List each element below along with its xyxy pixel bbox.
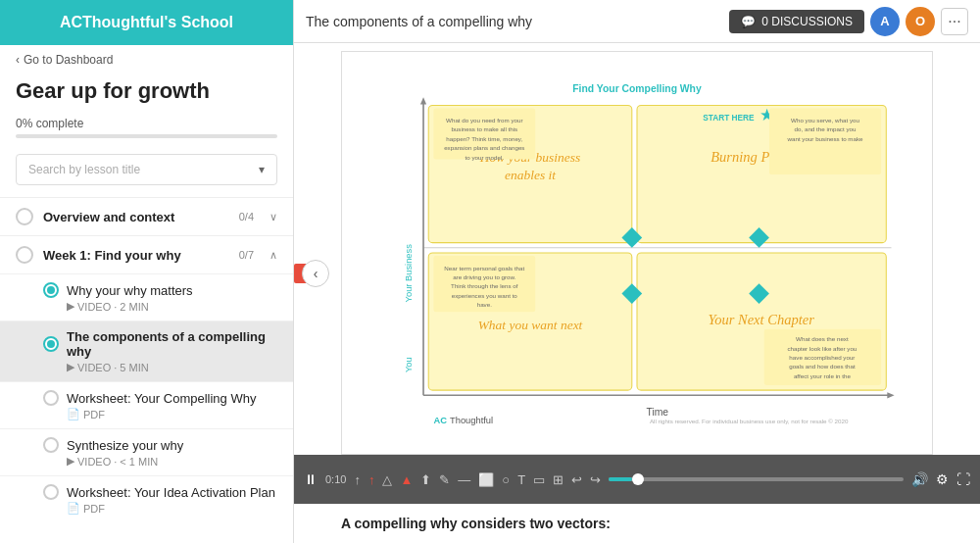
lesson-meta-idea: 📄 PDF — [67, 502, 277, 515]
svg-text:START HERE: START HERE — [703, 113, 755, 123]
annotation-pen[interactable]: ✎ — [439, 472, 450, 487]
chevron-week1: ∧ — [270, 249, 277, 262]
svg-text:experiences you want to: experiences you want to — [452, 292, 518, 299]
video-area: ‹ Find Your Compelling Why Time Yo — [294, 43, 980, 504]
slide-container: Find Your Compelling Why Time Your Busin… — [341, 51, 933, 455]
lesson-item-components[interactable]: The components of a compelling why ▶ VID… — [0, 321, 293, 381]
annotation-arrow-filled[interactable]: ↑ — [368, 472, 375, 487]
section-overview[interactable]: Overview and context 0/4 ∨ — [0, 197, 293, 235]
svg-text:AC: AC — [433, 416, 447, 425]
lesson-meta-synthesize: ▶ VIDEO · < 1 MIN — [67, 455, 277, 468]
video-icon-components: ▶ — [67, 361, 74, 373]
timeline-progress — [609, 477, 632, 481]
slide-back-button[interactable]: ‹ — [302, 260, 329, 287]
annotation-arrow-solid[interactable]: ▲ — [400, 472, 413, 487]
avatar-o[interactable]: O — [906, 7, 935, 36]
svg-text:Who you serve, what you: Who you serve, what you — [791, 117, 859, 123]
lesson-item-worksheet-idea[interactable]: Worksheet: Your Idea Activation Plan 📄 P… — [0, 475, 293, 522]
lesson-meta-components: ▶ VIDEO · 5 MIN — [67, 361, 277, 373]
svg-text:do, and the impact you: do, and the impact you — [795, 125, 857, 132]
svg-text:Your Business: Your Business — [404, 244, 414, 303]
volume-button[interactable]: 🔊 — [911, 471, 928, 487]
fullscreen-button[interactable]: ⛶ — [956, 471, 970, 487]
section-circle-week1 — [16, 246, 33, 264]
annotation-arrow-outline[interactable]: △ — [382, 472, 392, 487]
search-wrap: Search by lesson title ▾ — [0, 150, 293, 197]
top-right-icons: 💬 0 DISCUSSIONS A O ··· — [729, 7, 968, 36]
svg-text:have.: have. — [477, 301, 492, 308]
svg-text:What does the next: What does the next — [796, 335, 849, 342]
annotation-dash[interactable]: — — [458, 472, 470, 487]
more-options-button[interactable]: ··· — [941, 8, 968, 35]
svg-text:Find Your Compelling Why: Find Your Compelling Why — [572, 83, 702, 94]
svg-text:business to make all this: business to make all this — [451, 125, 517, 132]
pdf-icon-idea: 📄 — [67, 502, 80, 515]
back-to-dashboard[interactable]: ‹ Go to Dashboard — [0, 45, 293, 74]
annotation-up2[interactable]: ⬆ — [420, 472, 431, 487]
progress-bar-bg — [16, 134, 277, 138]
lesson-circle-synthesize — [43, 437, 59, 453]
annotation-arrow-up[interactable]: ↑ — [354, 472, 361, 487]
chevron-overview: ∨ — [270, 211, 277, 223]
annotation-text[interactable]: T — [517, 472, 525, 487]
svg-text:chapter look like after you: chapter look like after you — [787, 345, 857, 352]
lesson-circle-why-matters — [43, 282, 59, 298]
main-lesson-title: The components of a compelling why — [306, 14, 532, 29]
lesson-circle-idea — [43, 484, 59, 500]
svg-text:happen? Think time, money,: happen? Think time, money, — [446, 135, 522, 142]
lesson-item-synthesize[interactable]: Synthesize your why ▶ VIDEO · < 1 MIN — [0, 428, 293, 475]
timeline-bar[interactable] — [609, 477, 904, 481]
svg-text:What do you need from your: What do you need from your — [446, 117, 522, 123]
annotation-undo[interactable]: ↩ — [571, 472, 582, 487]
main-content: The components of a compelling why 💬 0 D… — [294, 0, 980, 543]
video-controls: ⏸ 0:10 ↑ ↑ △ ▲ ⬆ ✎ — ⬜ ○ T ▭ ⊞ ↩ ↪ 🔊 ⚙ ⛶ — [294, 455, 980, 504]
course-title: Gear up for growth — [0, 74, 293, 112]
svg-text:expansion plans and changes: expansion plans and changes — [444, 144, 524, 151]
svg-text:to your model.: to your model. — [466, 154, 505, 161]
play-pause-button[interactable]: ⏸ — [304, 471, 318, 487]
school-name: ACThoughtful's School — [0, 0, 293, 45]
lesson-circle-components — [43, 336, 59, 352]
svg-text:want your business to make: want your business to make — [786, 135, 863, 142]
video-icon-why: ▶ — [67, 300, 74, 313]
main-topbar: The components of a compelling why 💬 0 D… — [294, 0, 980, 43]
left-arrow-icon: ‹ — [314, 266, 318, 281]
lesson-meta-why-matters: ▶ VIDEO · 2 MIN — [67, 300, 277, 313]
svg-text:Near term personal goals that: Near term personal goals that — [444, 265, 524, 272]
section-week1[interactable]: Week 1: Find your why 0/7 ∧ — [0, 235, 293, 273]
annotation-grid[interactable]: ⊞ — [553, 472, 564, 487]
settings-button[interactable]: ⚙ — [936, 471, 949, 487]
svg-text:Think through the lens of: Think through the lens of — [451, 282, 518, 289]
back-arrow-icon: ‹ — [16, 53, 20, 67]
svg-text:have accomplished your: have accomplished your — [789, 354, 855, 361]
below-video: A compelling why considers two vectors: — [294, 504, 980, 543]
svg-text:Your Next Chapter: Your Next Chapter — [708, 312, 814, 327]
svg-text:goals and how does that: goals and how does that — [789, 363, 856, 370]
annotation-shape2[interactable]: ○ — [502, 472, 510, 487]
svg-text:affect your role in the: affect your role in the — [794, 372, 852, 379]
svg-text:All rights reserved. For indiv: All rights reserved. For individual busi… — [650, 418, 849, 424]
svg-text:are driving you to grow.: are driving you to grow. — [453, 273, 516, 280]
diagram-svg: Find Your Compelling Why Time Your Busin… — [342, 52, 932, 454]
lesson-meta-worksheet: 📄 PDF — [67, 408, 277, 420]
search-input[interactable]: Search by lesson title ▾ — [16, 154, 277, 185]
svg-text:Time: Time — [646, 407, 668, 418]
progress-section: 0% complete — [0, 112, 293, 150]
chevron-down-icon: ▾ — [259, 163, 265, 176]
annotation-screen[interactable]: ▭ — [533, 472, 545, 487]
avatar-a[interactable]: A — [870, 7, 900, 36]
svg-text:What you want next: What you want next — [478, 318, 584, 332]
annotation-redo[interactable]: ↪ — [590, 472, 601, 487]
lesson-circle-worksheet — [43, 390, 59, 406]
timeline-dot — [632, 473, 644, 485]
lesson-item-worksheet-compelling[interactable]: Worksheet: Your Compelling Why 📄 PDF — [0, 381, 293, 428]
discussions-icon: 💬 — [741, 15, 756, 28]
compelling-why-text: A compelling why considers two vectors: — [341, 516, 611, 531]
svg-text:Thoughtful: Thoughtful — [450, 416, 493, 425]
discussions-button[interactable]: 💬 0 DISCUSSIONS — [729, 10, 864, 33]
svg-text:enables it: enables it — [505, 168, 557, 182]
svg-text:You: You — [404, 357, 414, 372]
annotation-shape1[interactable]: ⬜ — [478, 472, 494, 487]
lesson-item-why-matters[interactable]: Why your why matters ▶ VIDEO · 2 MIN — [0, 273, 293, 321]
section-circle-overview — [16, 208, 33, 225]
